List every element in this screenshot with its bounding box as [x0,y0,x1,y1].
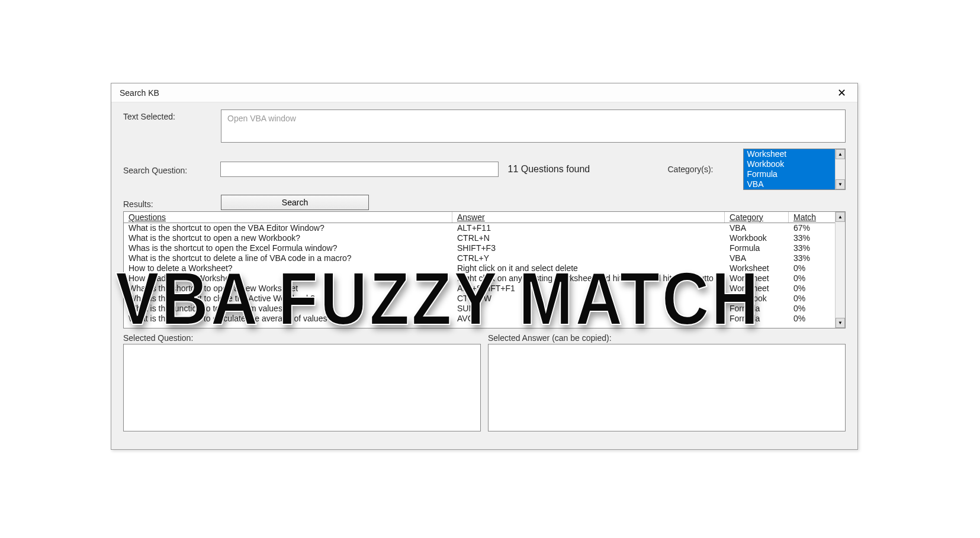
table-cell: Worksheet [725,263,789,273]
category-label: Category(s): [667,165,713,174]
table-cell: SHIFT+F3 [452,243,725,253]
table-cell: 67% [789,223,830,233]
table-cell: 0% [789,263,830,273]
text-selected-label: Text Selected: [123,109,221,121]
table-cell: AVG [452,314,725,324]
table-cell: Formula [725,243,789,253]
dialog-title: Search KB [120,88,159,98]
table-cell: 0% [789,294,830,304]
table-cell: CTRL+Y [452,253,725,263]
selected-question-col: Selected Question: [123,333,481,431]
table-cell: What is the shortcut to open a new Workb… [124,233,452,243]
table-cell: What is the shortcut to open the VBA Edi… [124,223,452,233]
search-question-row: Search Question: 11 Questions found Cate… [123,149,846,190]
table-cell: Workbook [725,294,789,304]
text-selected-row: Text Selected: Open VBA window [123,109,846,143]
scroll-up-icon[interactable]: ▲ [836,149,845,159]
scroll-up-icon[interactable]: ▲ [836,212,845,222]
search-kb-dialog: Search KB ✕ Text Selected: Open VBA wind… [111,83,858,450]
table-cell: Right click on it and select delete [452,263,725,273]
table-row[interactable]: What is the shortcut to close the Active… [124,294,835,304]
category-item-worksheet[interactable]: Worksheet [744,149,835,159]
scroll-down-icon[interactable]: ▼ [836,318,845,328]
table-cell: Right click on any existing Worksheet an… [452,273,725,284]
scroll-down-icon[interactable]: ▼ [836,179,845,189]
category-items: Worksheet Workbook Formula VBA [744,149,835,189]
table-cell: Formula [725,304,789,314]
table-cell: CTRL+W [452,294,725,304]
table-cell: 0% [789,284,830,294]
category-item-vba[interactable]: VBA [744,179,835,189]
search-button[interactable]: Search [221,195,369,210]
table-cell: 33% [789,243,830,253]
table-cell: Worksheet [725,284,789,294]
table-cell: 33% [789,233,830,243]
table-row[interactable]: What is the shortcut to open the VBA Edi… [124,223,835,233]
grid-rows-container: What is the shortcut to open the VBA Edi… [124,223,835,324]
titlebar: Search KB ✕ [111,83,857,102]
selected-answer-box[interactable] [488,344,846,431]
table-row[interactable]: What is the shortcut to open a new Workb… [124,233,835,243]
table-row[interactable]: What is the function to total or sum val… [124,304,835,314]
selected-question-box[interactable] [123,344,481,431]
selected-answer-label: Selected Answer (can be copied): [488,333,846,343]
table-row[interactable]: Whas is the shortcut to open the Excel F… [124,243,835,253]
category-listbox[interactable]: Worksheet Workbook Formula VBA ▲ ▼ [743,149,846,190]
category-item-formula[interactable]: Formula [744,169,835,179]
grid-body: Questions Answer Category Match What is … [124,212,835,328]
results-grid: Questions Answer Category Match What is … [123,211,846,328]
selected-answer-col: Selected Answer (can be copied): [488,333,846,431]
category-scrollbar: ▲ ▼ [835,149,845,189]
table-cell: Workbook [725,233,789,243]
table-cell: ALT+SHIFT+F1 [452,284,725,294]
table-cell: SUM [452,304,725,314]
table-cell: How to add a new Worksheet? [124,273,452,284]
table-cell: CTRL+N [452,233,725,243]
header-match[interactable]: Match [789,212,830,223]
table-row[interactable]: What is the shortcut to delete a line of… [124,253,835,263]
table-row[interactable]: What is the function to calculate the av… [124,314,835,324]
grid-scrollbar: ▲ ▼ [835,212,845,328]
table-cell: What is the function to total or sum val… [124,304,452,314]
close-button[interactable]: ✕ [833,86,850,100]
header-questions[interactable]: Questions [124,212,452,223]
table-cell: What is the shortcut to delete a line of… [124,253,452,263]
table-cell: What is the shortcut to close the Active… [124,294,452,304]
selected-question-label: Selected Question: [123,333,481,343]
table-cell: 0% [789,304,830,314]
grid-header: Questions Answer Category Match [124,212,835,223]
table-cell: What is the shortcut to open a new Works… [124,284,452,294]
dialog-content: Text Selected: Open VBA window Search Qu… [111,102,857,437]
table-cell: 0% [789,273,830,284]
table-cell: 33% [789,253,830,263]
search-question-label: Search Question: [123,163,220,175]
table-cell: What is the function to calculate the av… [124,314,452,324]
table-row[interactable]: How to delete a Worksheet?Right click on… [124,263,835,273]
table-row[interactable]: How to add a new Worksheet?Right click o… [124,273,835,284]
questions-found-text: 11 Questions found [507,164,667,175]
text-selected-box[interactable]: Open VBA window [221,109,846,143]
table-row[interactable]: What is the shortcut to open a new Works… [124,284,835,294]
category-item-workbook[interactable]: Workbook [744,159,835,169]
table-cell: Whas is the shortcut to open the Excel F… [124,243,452,253]
table-cell: VBA [725,223,789,233]
table-cell: Worksheet [725,273,789,284]
table-cell: VBA [725,253,789,263]
table-cell: How to delete a Worksheet? [124,263,452,273]
table-cell: ALT+F11 [452,223,725,233]
header-answer[interactable]: Answer [452,212,725,223]
bottom-row: Selected Question: Selected Answer (can … [123,333,846,431]
table-cell: 0% [789,314,830,324]
header-category[interactable]: Category [725,212,789,223]
search-question-input[interactable] [220,162,499,177]
table-cell: Formula [725,314,789,324]
